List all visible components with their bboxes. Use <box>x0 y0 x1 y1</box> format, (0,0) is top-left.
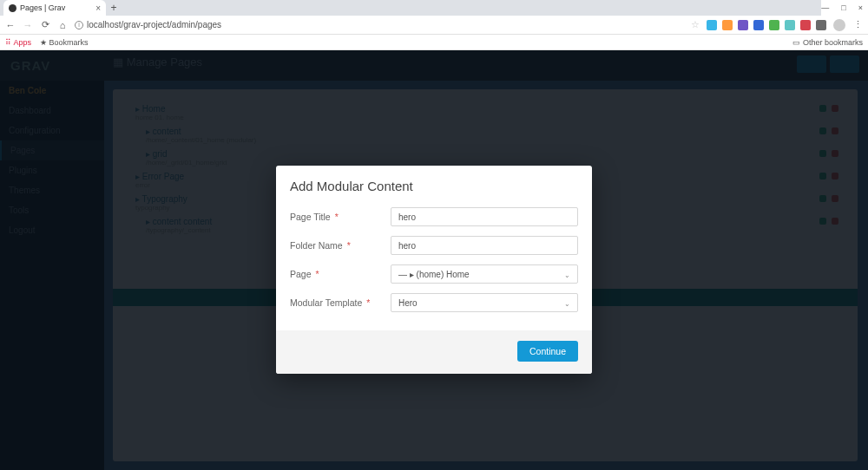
page-label: Page * <box>290 269 391 279</box>
forward-button[interactable]: → <box>23 20 33 30</box>
url-text: localhost/grav-project/admin/pages <box>87 20 221 29</box>
extension-icon[interactable] <box>738 20 748 30</box>
app-viewport: GRAV ▦ Manage Pages Ben Cole Dashboard C… <box>0 50 868 470</box>
site-info-icon[interactable]: i <box>75 21 83 29</box>
extension-icon[interactable] <box>785 20 795 30</box>
minimize-button[interactable]: — <box>821 3 829 12</box>
close-tab-icon[interactable]: × <box>95 3 101 13</box>
extension-icon[interactable] <box>707 20 717 30</box>
maximize-button[interactable]: □ <box>841 3 845 12</box>
bookmarks-bar: ⠿ Apps ★ Bookmarks ▭ Other bookmarks <box>0 35 868 50</box>
chevron-down-icon: ⌄ <box>564 300 570 308</box>
continue-button[interactable]: Continue <box>517 341 578 362</box>
chevron-down-icon: ⌄ <box>564 271 570 279</box>
close-window-button[interactable]: × <box>858 3 863 12</box>
browser-tab[interactable]: Pages | Grav × <box>3 0 106 16</box>
extension-icons <box>707 20 826 30</box>
modular-template-select[interactable]: Hero ⌄ <box>391 293 578 312</box>
grav-favicon <box>9 4 16 12</box>
tab-title: Pages | Grav <box>20 3 65 12</box>
extension-icon[interactable] <box>769 20 779 30</box>
other-bookmarks[interactable]: ▭ Other bookmarks <box>792 38 863 47</box>
home-button[interactable]: ⌂ <box>57 20 68 30</box>
reload-button[interactable]: ⟳ <box>40 20 50 30</box>
url-input[interactable]: i localhost/grav-project/admin/pages <box>75 20 684 29</box>
page-select[interactable]: — ▸ (home) Home ⌄ <box>391 264 578 284</box>
add-modular-content-modal: Add Modular Content Page Title * Folder … <box>276 166 592 374</box>
folder-name-input[interactable] <box>391 236 578 255</box>
apps-shortcut[interactable]: ⠿ Apps <box>5 38 31 47</box>
profile-avatar[interactable] <box>833 19 845 31</box>
extension-icon[interactable] <box>816 20 826 30</box>
browser-tab-bar: Pages | Grav × + — □ × <box>0 0 868 16</box>
folder-name-label: Folder Name * <box>290 240 391 251</box>
window-controls: — □ × <box>821 0 868 16</box>
bookmark-item[interactable]: ★ Bookmarks <box>40 38 89 47</box>
extension-icon[interactable] <box>753 20 764 30</box>
extension-icon[interactable] <box>800 20 811 30</box>
modular-template-label: Modular Template * <box>290 297 391 308</box>
page-title-label: Page Title * <box>290 212 391 222</box>
new-tab-button[interactable]: + <box>106 0 122 16</box>
bookmark-star-icon[interactable]: ☆ <box>691 19 700 30</box>
extension-icon[interactable] <box>722 20 733 30</box>
modal-title: Add Modular Content <box>276 166 592 204</box>
menu-button[interactable]: ⋮ <box>852 20 863 30</box>
address-bar: ← → ⟳ ⌂ i localhost/grav-project/admin/p… <box>0 16 868 35</box>
back-button[interactable]: ← <box>5 20 16 30</box>
page-title-input[interactable] <box>391 207 578 226</box>
